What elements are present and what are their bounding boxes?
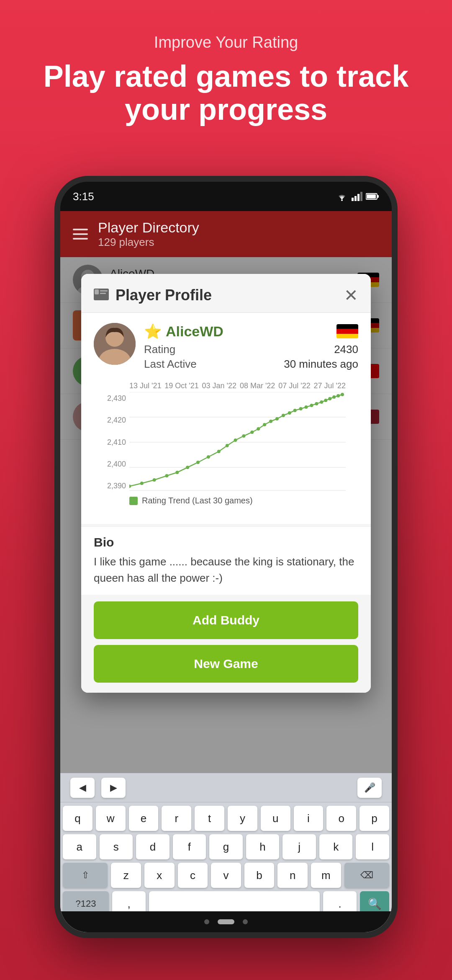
svg-point-23 bbox=[140, 482, 144, 485]
key-f[interactable]: f bbox=[173, 834, 206, 859]
x-label: 07 Jul '22 bbox=[278, 382, 311, 390]
key-k[interactable]: k bbox=[319, 834, 353, 859]
svg-point-43 bbox=[305, 405, 308, 409]
keyboard-rows: q w e r t y u i o p a s d f g h j k l bbox=[60, 802, 392, 920]
y-label: 2,410 bbox=[106, 438, 126, 447]
key-t[interactable]: t bbox=[195, 806, 224, 831]
key-o[interactable]: o bbox=[326, 806, 356, 831]
toolbar-btn-left[interactable]: ◀ bbox=[70, 778, 95, 798]
svg-point-45 bbox=[315, 402, 318, 405]
svg-point-35 bbox=[257, 427, 260, 431]
svg-point-30 bbox=[217, 450, 221, 453]
wifi-icon bbox=[336, 192, 348, 201]
subtitle: Improve Your Rating bbox=[33, 34, 419, 52]
svg-point-48 bbox=[328, 397, 331, 400]
svg-point-41 bbox=[293, 409, 297, 412]
key-row-3: ⇧ z x c v b n m ⌫ bbox=[63, 863, 389, 888]
x-label: 19 Oct '21 bbox=[164, 382, 198, 390]
last-active-row: Last Active 30 minutes ago bbox=[144, 358, 358, 371]
bottom-nav bbox=[60, 911, 392, 932]
key-v[interactable]: v bbox=[211, 863, 241, 888]
key-g[interactable]: g bbox=[209, 834, 243, 859]
key-q[interactable]: q bbox=[63, 806, 92, 831]
toolbar-btn-right[interactable]: ▶ bbox=[101, 778, 126, 798]
key-u[interactable]: u bbox=[261, 806, 290, 831]
profile-icon bbox=[94, 286, 109, 304]
keyboard-area: ◀ ▶ 🎤 q w e r t y u i o p a s d f bbox=[60, 773, 392, 932]
chart-area: 2,430 2,420 2,410 2,400 2,390 bbox=[106, 392, 346, 493]
chart-y-axis: 2,430 2,420 2,410 2,400 2,390 bbox=[106, 392, 129, 493]
key-a[interactable]: a bbox=[63, 834, 96, 859]
svg-point-25 bbox=[165, 474, 169, 477]
status-time: 3:15 bbox=[73, 190, 94, 203]
key-h[interactable]: h bbox=[246, 834, 280, 859]
key-p[interactable]: p bbox=[360, 806, 389, 831]
key-l[interactable]: l bbox=[356, 834, 389, 859]
bio-section: Bio I like this game ...... because the … bbox=[81, 526, 371, 595]
keyboard-toolbar-left: ◀ ▶ bbox=[70, 778, 126, 798]
keyboard-toolbar: ◀ ▶ 🎤 bbox=[60, 773, 392, 802]
key-r[interactable]: r bbox=[162, 806, 191, 831]
header-text: Player Directory 129 players bbox=[98, 219, 199, 249]
key-n[interactable]: n bbox=[277, 863, 308, 888]
key-row-2: a s d f g h j k l bbox=[63, 834, 389, 859]
svg-point-46 bbox=[320, 400, 323, 404]
key-b[interactable]: b bbox=[244, 863, 275, 888]
svg-point-0 bbox=[341, 199, 343, 201]
x-label: 13 Jul '21 bbox=[129, 382, 162, 390]
svg-point-31 bbox=[226, 444, 229, 447]
dialog-header: Player Profile ✕ bbox=[81, 274, 371, 313]
key-e[interactable]: e bbox=[129, 806, 159, 831]
key-x[interactable]: x bbox=[144, 863, 175, 888]
nav-dot-active bbox=[218, 919, 234, 924]
key-m[interactable]: m bbox=[311, 863, 341, 888]
key-w[interactable]: w bbox=[96, 806, 126, 831]
add-buddy-button[interactable]: Add Buddy bbox=[94, 601, 358, 639]
header-subtitle: 129 players bbox=[98, 236, 199, 249]
signal-icon bbox=[352, 192, 362, 201]
svg-point-42 bbox=[299, 407, 303, 410]
key-z[interactable]: z bbox=[111, 863, 141, 888]
close-button[interactable]: ✕ bbox=[344, 287, 358, 304]
svg-point-40 bbox=[288, 411, 291, 415]
y-label: 2,420 bbox=[106, 416, 126, 425]
rating-chart: 13 Jul '21 19 Oct '21 03 Jan '22 08 Mar … bbox=[94, 377, 358, 514]
top-text-section: Improve Your Rating Play rated games to … bbox=[0, 34, 452, 126]
mic-button[interactable]: 🎤 bbox=[357, 778, 382, 798]
key-i[interactable]: i bbox=[294, 806, 324, 831]
svg-point-51 bbox=[341, 393, 344, 396]
svg-rect-2 bbox=[354, 196, 357, 201]
last-active-value: 30 minutes ago bbox=[284, 358, 358, 371]
key-j[interactable]: j bbox=[282, 834, 316, 859]
profile-username: AliceWD bbox=[166, 323, 223, 340]
svg-point-27 bbox=[186, 466, 189, 469]
svg-point-32 bbox=[234, 438, 237, 442]
key-y[interactable]: y bbox=[228, 806, 257, 831]
hamburger-menu[interactable] bbox=[73, 229, 88, 240]
svg-point-28 bbox=[196, 461, 200, 464]
new-game-button[interactable]: New Game bbox=[94, 645, 358, 683]
chart-legend: Rating Trend (Last 30 games) bbox=[106, 496, 346, 505]
shift-key[interactable]: ⇧ bbox=[63, 863, 108, 888]
svg-point-34 bbox=[250, 431, 254, 434]
svg-rect-11 bbox=[95, 289, 99, 294]
profile-info: ⭐ AliceWD Rating 2430 Last Active 30 min… bbox=[144, 323, 358, 371]
key-c[interactable]: c bbox=[178, 863, 208, 888]
phone-mockup: 3:15 bbox=[54, 176, 398, 938]
chart-x-labels: 13 Jul '21 19 Oct '21 03 Jan '22 08 Mar … bbox=[106, 382, 346, 390]
x-label: 27 Jul '22 bbox=[313, 382, 346, 390]
key-d[interactable]: d bbox=[136, 834, 170, 859]
svg-point-36 bbox=[263, 423, 266, 426]
profile-name-row: ⭐ AliceWD bbox=[144, 323, 358, 340]
backspace-key[interactable]: ⌫ bbox=[344, 863, 389, 888]
key-s[interactable]: s bbox=[100, 834, 133, 859]
svg-point-38 bbox=[275, 417, 279, 420]
svg-point-47 bbox=[324, 399, 327, 402]
svg-point-33 bbox=[242, 434, 245, 438]
status-icons bbox=[336, 192, 379, 201]
svg-point-44 bbox=[310, 404, 313, 407]
svg-point-24 bbox=[153, 478, 156, 482]
x-label: 08 Mar '22 bbox=[240, 382, 275, 390]
bio-text: I like this game ...... because the king… bbox=[94, 554, 358, 586]
svg-point-49 bbox=[332, 395, 336, 399]
